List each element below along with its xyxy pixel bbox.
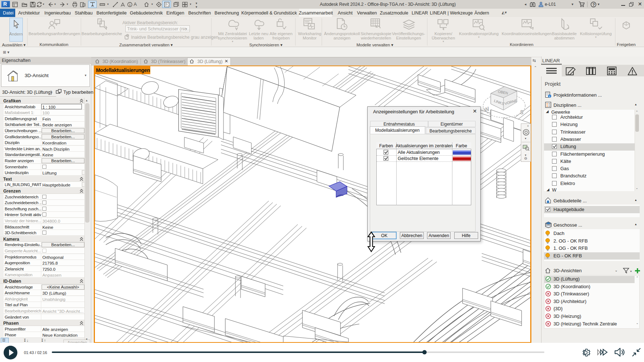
svg-text:?: ? (593, 3, 595, 7)
svg-text:W: W (483, 105, 490, 113)
svg-text:S: S (519, 109, 524, 115)
svg-text:i: i (549, 95, 550, 98)
svg-text:1: 1 (129, 3, 131, 7)
